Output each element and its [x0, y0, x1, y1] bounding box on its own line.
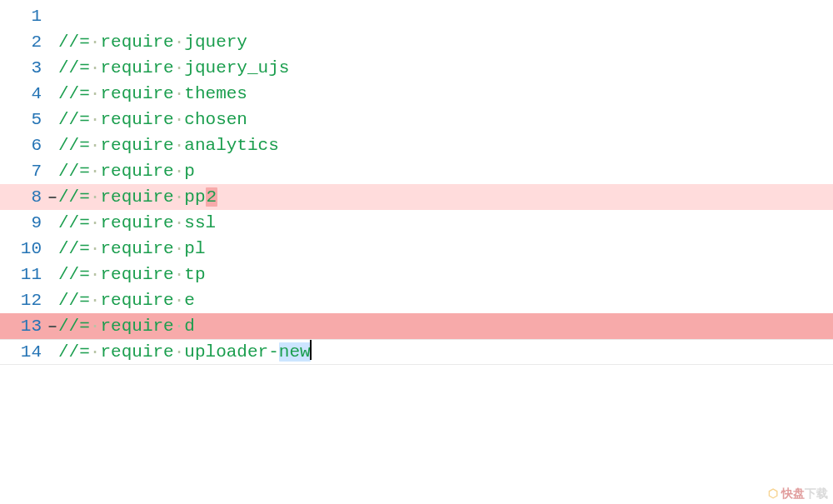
- code-line[interactable]: 4//=·require·themes: [0, 81, 833, 107]
- code-line[interactable]: 11//=·require·tp: [0, 262, 833, 287]
- line-number: 9: [0, 210, 47, 236]
- diff-marker-icon: –: [47, 184, 58, 210]
- line-number: 7: [0, 158, 47, 184]
- code-line[interactable]: 13–//=·require·d: [0, 313, 833, 339]
- code-content[interactable]: //=·require·analytics: [58, 132, 833, 158]
- line-number: 3: [0, 55, 47, 81]
- code-line[interactable]: 5//=·require·chosen: [0, 107, 833, 132]
- code-content[interactable]: //=·require·jquery_ujs: [58, 55, 833, 81]
- line-number: 11: [0, 262, 47, 287]
- diff-marker-icon: –: [47, 313, 58, 339]
- code-line[interactable]: 14//=·require·uploader-new: [0, 339, 833, 365]
- watermark-icon: ⬡: [768, 487, 778, 500]
- watermark: ⬡ 快盘下载: [768, 487, 828, 502]
- diff-added-chars: 2: [206, 187, 218, 207]
- line-number: 5: [0, 107, 47, 132]
- code-line[interactable]: 8–//=·require·pp2: [0, 184, 833, 210]
- code-content[interactable]: //=·require·uploader-new: [58, 339, 833, 365]
- line-number: 13: [0, 313, 47, 339]
- line-number: 4: [0, 81, 47, 107]
- code-line[interactable]: 2//=·require·jquery: [0, 29, 833, 55]
- code-content[interactable]: //=·require·d: [58, 313, 833, 339]
- text-selection: new: [279, 342, 311, 362]
- code-content[interactable]: //=·require·e: [58, 287, 833, 313]
- code-line[interactable]: 6//=·require·analytics: [0, 132, 833, 158]
- code-line[interactable]: 3//=·require·jquery_ujs: [0, 55, 833, 81]
- line-number: 10: [0, 236, 47, 262]
- code-content[interactable]: //=·require·tp: [58, 262, 833, 287]
- line-number: 6: [0, 132, 47, 158]
- line-number: 2: [0, 29, 47, 55]
- code-content[interactable]: //=·require·jquery: [58, 29, 833, 55]
- code-editor[interactable]: 12//=·require·jquery3//=·require·jquery_…: [0, 0, 833, 365]
- code-content[interactable]: //=·require·pl: [58, 236, 833, 262]
- code-content[interactable]: //=·require·pp2: [58, 184, 833, 210]
- text-cursor: [310, 340, 312, 360]
- line-number: 12: [0, 287, 47, 313]
- code-content[interactable]: //=·require·chosen: [58, 107, 833, 132]
- code-line[interactable]: 1: [0, 3, 833, 29]
- code-content[interactable]: //=·require·themes: [58, 81, 833, 107]
- line-number: 8: [0, 184, 47, 210]
- code-content[interactable]: //=·require·ssl: [58, 210, 833, 236]
- code-line[interactable]: 12//=·require·e: [0, 287, 833, 313]
- code-content[interactable]: //=·require·p: [58, 158, 833, 184]
- code-line[interactable]: 10//=·require·pl: [0, 236, 833, 262]
- code-line[interactable]: 7//=·require·p: [0, 158, 833, 184]
- line-number: 1: [0, 3, 47, 29]
- line-number: 14: [0, 339, 47, 365]
- code-line[interactable]: 9//=·require·ssl: [0, 210, 833, 236]
